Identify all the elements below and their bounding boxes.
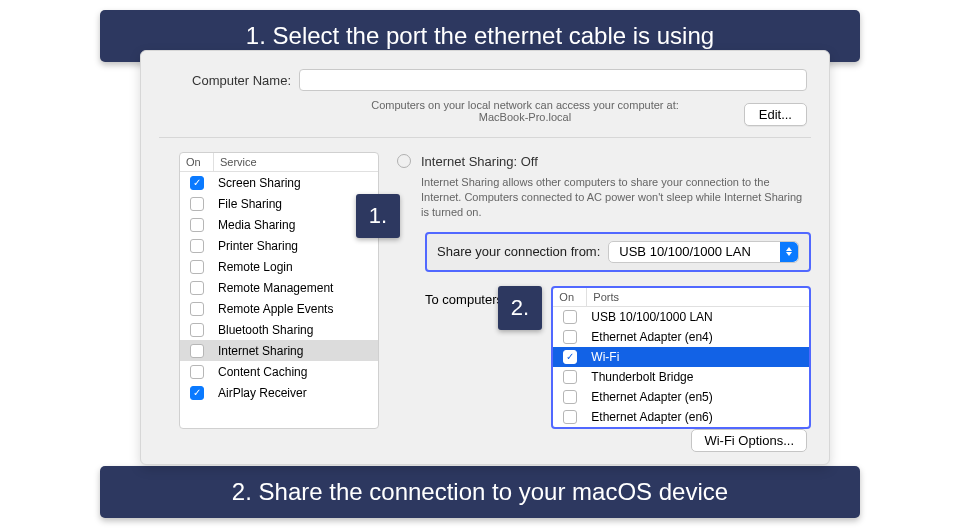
share-from-value: USB 10/100/1000 LAN — [619, 244, 751, 259]
share-from-label: Share your connection from: — [437, 244, 600, 259]
port-label: Ethernet Adapter (en5) — [587, 390, 712, 404]
port-label: Wi-Fi — [587, 350, 619, 364]
services-list: On Service Screen SharingFile SharingMed… — [179, 152, 379, 429]
port-row-wi-fi[interactable]: Wi-Fi — [553, 347, 809, 367]
service-label: Content Caching — [214, 365, 307, 379]
port-row-ethernet-adapter-en5-[interactable]: Ethernet Adapter (en5) — [553, 387, 809, 407]
internet-sharing-description: Internet Sharing allows other computers … — [421, 175, 811, 220]
service-checkbox[interactable] — [190, 197, 204, 211]
service-row-airplay-receiver[interactable]: AirPlay Receiver — [180, 382, 378, 403]
service-checkbox[interactable] — [190, 302, 204, 316]
share-from-select[interactable]: USB 10/100/1000 LAN — [608, 241, 799, 263]
service-checkbox[interactable] — [190, 323, 204, 337]
service-label: Bluetooth Sharing — [214, 323, 313, 337]
service-label: Printer Sharing — [214, 239, 298, 253]
service-row-remote-login[interactable]: Remote Login — [180, 256, 378, 277]
service-checkbox[interactable] — [190, 218, 204, 232]
port-checkbox[interactable] — [563, 390, 577, 404]
callout-badge-1: 1. — [356, 194, 400, 238]
computer-name-subtext-1: Computers on your local network can acce… — [371, 99, 679, 111]
computer-name-hostname: MacBook-Pro.local — [479, 111, 571, 123]
service-label: AirPlay Receiver — [214, 386, 307, 400]
service-row-remote-apple-events[interactable]: Remote Apple Events — [180, 298, 378, 319]
service-checkbox[interactable] — [190, 281, 204, 295]
edit-button[interactable]: Edit... — [744, 103, 807, 126]
service-label: Media Sharing — [214, 218, 295, 232]
port-row-ethernet-adapter-en4-[interactable]: Ethernet Adapter (en4) — [553, 327, 809, 347]
select-arrows-icon — [780, 242, 798, 262]
service-row-file-sharing[interactable]: File Sharing — [180, 193, 378, 214]
computer-name-input[interactable] — [299, 69, 807, 91]
port-checkbox[interactable] — [563, 310, 577, 324]
computer-name-label: Computer Name: — [181, 73, 291, 88]
wifi-options-button[interactable]: Wi-Fi Options... — [691, 429, 807, 452]
service-row-remote-management[interactable]: Remote Management — [180, 277, 378, 298]
service-label: Internet Sharing — [214, 344, 303, 358]
internet-sharing-detail: Internet Sharing: Off Internet Sharing a… — [393, 152, 811, 429]
service-checkbox[interactable] — [190, 239, 204, 253]
port-row-ethernet-adapter-en6-[interactable]: Ethernet Adapter (en6) — [553, 407, 809, 427]
service-checkbox[interactable] — [190, 386, 204, 400]
service-row-media-sharing[interactable]: Media Sharing — [180, 214, 378, 235]
service-label: Remote Login — [214, 260, 293, 274]
share-connection-from-row: Share your connection from: USB 10/100/1… — [425, 232, 811, 272]
port-checkbox[interactable] — [563, 410, 577, 424]
port-label: Ethernet Adapter (en6) — [587, 410, 712, 424]
service-label: Remote Apple Events — [214, 302, 333, 316]
service-checkbox[interactable] — [190, 344, 204, 358]
internet-sharing-title: Internet Sharing: Off — [421, 154, 811, 169]
service-row-screen-sharing[interactable]: Screen Sharing — [180, 172, 378, 193]
instruction-banner-2: 2. Share the connection to your macOS de… — [100, 466, 860, 518]
service-label: Screen Sharing — [214, 176, 301, 190]
callout-badge-2: 2. — [498, 286, 542, 330]
port-row-thunderbolt-bridge[interactable]: Thunderbolt Bridge — [553, 367, 809, 387]
ports-header-ports: Ports — [587, 288, 625, 306]
port-label: Thunderbolt Bridge — [587, 370, 693, 384]
service-label: Remote Management — [214, 281, 333, 295]
services-header-service: Service — [214, 153, 263, 171]
port-row-usb-10-100-1000-lan[interactable]: USB 10/100/1000 LAN — [553, 307, 809, 327]
service-checkbox[interactable] — [190, 365, 204, 379]
service-checkbox[interactable] — [190, 176, 204, 190]
service-label: File Sharing — [214, 197, 282, 211]
port-checkbox[interactable] — [563, 330, 577, 344]
sharing-preferences-window: Computer Name: Computers on your local n… — [140, 50, 830, 465]
service-row-bluetooth-sharing[interactable]: Bluetooth Sharing — [180, 319, 378, 340]
service-row-printer-sharing[interactable]: Printer Sharing — [180, 235, 378, 256]
port-label: Ethernet Adapter (en4) — [587, 330, 712, 344]
service-row-internet-sharing[interactable]: Internet Sharing — [180, 340, 378, 361]
port-label: USB 10/100/1000 LAN — [587, 310, 712, 324]
service-row-content-caching[interactable]: Content Caching — [180, 361, 378, 382]
internet-sharing-radio[interactable] — [397, 154, 411, 168]
port-checkbox[interactable] — [563, 370, 577, 384]
services-header-on: On — [180, 153, 214, 171]
service-checkbox[interactable] — [190, 260, 204, 274]
port-checkbox[interactable] — [563, 350, 577, 364]
ports-header-on: On — [553, 288, 587, 306]
ports-table: On Ports USB 10/100/1000 LANEthernet Ada… — [551, 286, 811, 429]
